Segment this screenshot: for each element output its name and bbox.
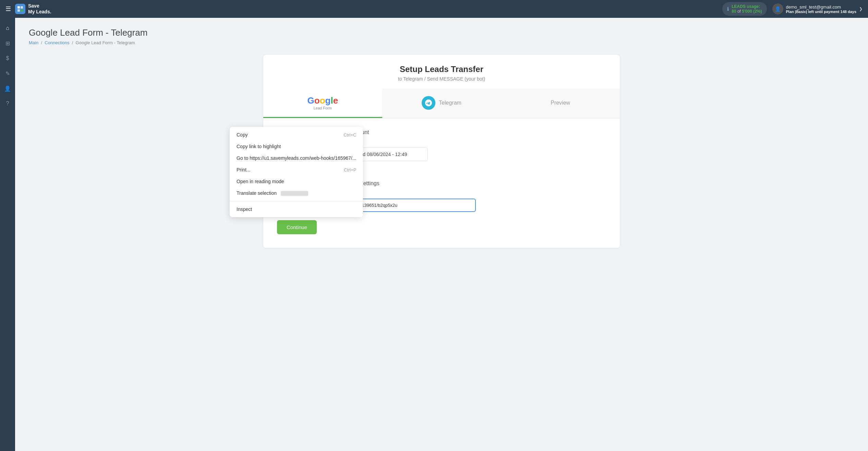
- translate-box: [281, 191, 308, 196]
- svg-rect-3: [21, 9, 23, 12]
- continue-button[interactable]: Continue: [277, 220, 317, 234]
- tab-telegram[interactable]: Telegram: [382, 88, 501, 118]
- sidebar-item-connections[interactable]: ⊞: [1, 37, 14, 49]
- topbar: ☰ Save My Leads. ℹ LEADS usage: 80: [0, 0, 868, 18]
- setup-subheading: to Telegram / Send MESSAGE (your bot): [270, 76, 613, 82]
- setup-heading: Setup Leads Transfer: [270, 64, 613, 74]
- topbar-left: ☰ Save My Leads.: [5, 3, 51, 15]
- page-title: Google Lead Form - Telegram: [29, 27, 854, 38]
- user-plan: Plan |Basic| left until payment 148 days: [786, 10, 856, 14]
- tab-google[interactable]: Google Lead Form: [263, 88, 382, 118]
- context-menu-reading-mode[interactable]: Open in reading mode: [230, 176, 363, 187]
- leads-text: LEADS usage: 80 of 5'000 (2%): [732, 4, 762, 14]
- hamburger-menu[interactable]: ☰: [5, 5, 11, 13]
- context-menu-inspect[interactable]: Inspect: [230, 203, 363, 215]
- logo-icon: [15, 4, 25, 14]
- chevron-down-icon: ❯: [859, 7, 863, 11]
- telegram-icon: [422, 96, 435, 110]
- sidebar-item-profile[interactable]: 👤: [1, 82, 14, 95]
- context-menu-copy-link[interactable]: Copy link to highlight: [230, 141, 363, 152]
- sidebar-item-billing[interactable]: $: [1, 52, 14, 64]
- svg-rect-1: [21, 6, 23, 9]
- leads-usage-badge: ℹ LEADS usage: 80 of 5'000 (2%): [722, 2, 767, 16]
- breadcrumb: Main / Connections / Google Lead Form - …: [29, 40, 854, 45]
- breadcrumb-connections[interactable]: Connections: [45, 40, 69, 45]
- tab-preview-label: Preview: [551, 100, 570, 106]
- user-info: demo_sml_test@gmail.com Plan |Basic| lef…: [786, 4, 856, 14]
- context-menu-translate[interactable]: Translate selection: [230, 187, 363, 199]
- setup-header: Setup Leads Transfer to Telegram / Send …: [263, 55, 620, 85]
- tab-google-sublabel: Lead Form: [308, 106, 338, 110]
- context-menu-divider: [230, 201, 363, 201]
- breadcrumb-main[interactable]: Main: [29, 40, 38, 45]
- main-content: Google Lead Form - Telegram Main / Conne…: [15, 18, 868, 451]
- user-email: demo_sml_test@gmail.com: [786, 4, 856, 10]
- sidebar-item-home[interactable]: ⌂: [1, 22, 14, 34]
- google-logo: Google: [308, 95, 338, 106]
- info-icon: ℹ: [727, 6, 729, 12]
- context-menu-goto[interactable]: Go to https://u1.savemyleads.com/web-hoo…: [230, 152, 363, 164]
- topbar-right: ℹ LEADS usage: 80 of 5'000 (2%) 👤 demo_s…: [722, 2, 863, 16]
- user-area[interactable]: 👤 demo_sml_test@gmail.com Plan |Basic| l…: [772, 3, 863, 14]
- sidebar: ⌂ ⊞ $ ✎ 👤 ?: [0, 18, 15, 451]
- tab-preview[interactable]: Preview: [501, 88, 620, 118]
- context-menu-copy[interactable]: Copy Ctrl+C: [230, 129, 363, 141]
- avatar: 👤: [772, 3, 783, 14]
- tabs-row: Google Lead Form Telegram P: [263, 88, 620, 118]
- logo[interactable]: Save My Leads.: [15, 3, 51, 15]
- svg-rect-2: [17, 9, 20, 12]
- svg-rect-0: [17, 6, 20, 9]
- sidebar-item-tasks[interactable]: ✎: [1, 67, 14, 80]
- app-body: ⌂ ⊞ $ ✎ 👤 ? Google Lead Form - Telegram …: [0, 18, 868, 451]
- sidebar-item-help[interactable]: ?: [1, 97, 14, 110]
- tab-telegram-label: Telegram: [439, 100, 461, 106]
- logo-text: Save My Leads.: [28, 3, 51, 15]
- context-menu[interactable]: Copy Ctrl+C Copy link to highlight Go to…: [230, 127, 363, 217]
- breadcrumb-current: Google Lead Form - Telegram: [76, 40, 135, 45]
- context-menu-print[interactable]: Print... Ctrl+P: [230, 164, 363, 176]
